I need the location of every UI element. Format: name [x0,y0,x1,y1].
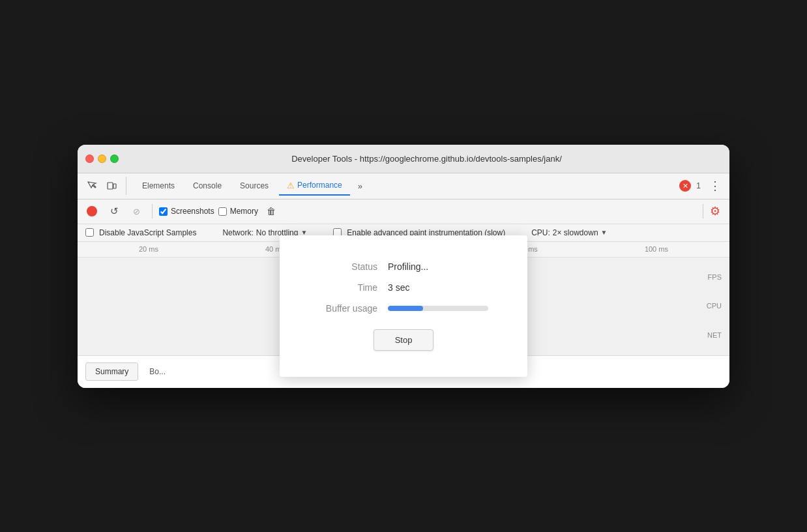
more-options-icon[interactable]: ⋮ [706,177,724,195]
clear-button[interactable]: 🗑 [262,202,280,220]
disable-js-samples-setting: Disable JavaScript Samples [85,228,196,237]
time-label: Time [319,282,377,293]
content-area: FPS CPU NET Status Profiling... Time 3 s… [78,258,729,355]
cpu-setting[interactable]: CPU: 2× slowdown ▼ [531,228,607,237]
settings-button[interactable]: ⚙ [706,202,724,220]
memory-checkbox[interactable] [218,207,227,216]
reload-record-button[interactable]: ↺ [105,202,123,220]
screenshots-checkbox[interactable] [159,207,168,216]
memory-checkbox-label[interactable]: Memory [218,207,258,216]
toolbar-right: ⚙ [700,202,724,220]
stop-recording-button[interactable]: ⊘ [127,202,145,220]
tab-summary[interactable]: Summary [85,362,138,381]
title-bar: Developer Tools - https://googlechrome.g… [78,145,729,173]
status-label: Status [319,261,377,272]
tab-bar: Elements Console Sources ⚠ Performance »… [78,173,729,200]
close-button[interactable] [85,155,94,163]
toolbar-separator-1 [152,204,153,218]
status-value: Profiling... [388,261,428,272]
tab-sources[interactable]: Sources [232,177,276,194]
time-value: 3 sec [388,282,409,293]
profiling-dialog: Status Profiling... Time 3 sec Buffer us… [280,235,527,377]
ruler-mark-100: 100 ms [645,245,668,253]
window-title: Developer Tools - https://googlechrome.g… [132,154,722,164]
tab-more[interactable]: » [353,179,368,194]
buffer-progress-fill [388,306,423,311]
time-row: Time 3 sec [319,282,488,293]
dialog-overlay: Status Profiling... Time 3 sec Buffer us… [78,258,729,355]
buffer-progress-bar [388,306,488,311]
record-button[interactable] [83,202,101,220]
minimize-button[interactable] [98,155,106,163]
tab-bottom-up[interactable]: Bo... [139,362,175,381]
disable-js-samples-checkbox[interactable] [85,228,94,237]
error-icon: ✕ [679,180,691,192]
tab-bar-right: ✕ 1 ⋮ [679,177,724,195]
status-row: Status Profiling... [319,261,488,272]
buffer-label: Buffer usage [319,303,377,314]
maximize-button[interactable] [110,155,119,163]
cpu-dropdown-arrow: ▼ [601,229,608,236]
ruler-mark-20: 20 ms [139,245,158,253]
svg-rect-1 [113,184,116,188]
svg-rect-0 [108,183,113,189]
stop-button[interactable]: Stop [374,329,434,351]
gear-icon: ⚙ [710,204,720,218]
inspect-icon[interactable] [83,177,101,195]
traffic-lights [85,155,119,163]
warning-icon: ⚠ [287,181,295,190]
devtools-window: Developer Tools - https://googlechrome.g… [78,145,729,388]
buffer-row: Buffer usage [319,303,488,314]
tab-elements[interactable]: Elements [134,177,183,194]
tab-bar-tools [83,177,126,195]
error-count: 1 [696,181,701,190]
record-icon [87,206,97,216]
toolbar: ↺ ⊘ Screenshots Memory 🗑 ⚙ [78,200,729,224]
screenshots-checkbox-label[interactable]: Screenshots [159,207,214,216]
tab-performance[interactable]: ⚠ Performance [279,177,350,196]
tab-console[interactable]: Console [185,177,229,194]
device-toolbar-icon[interactable] [102,177,121,195]
toolbar-separator-2 [703,204,703,218]
